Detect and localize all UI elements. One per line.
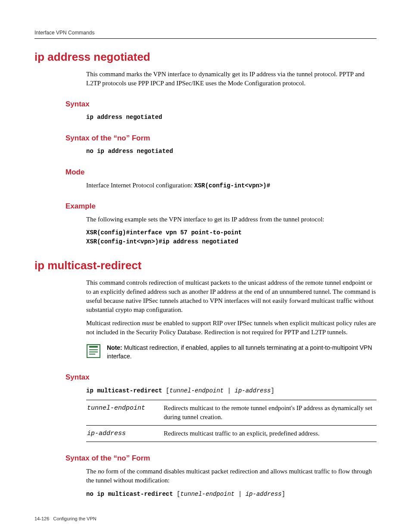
footer-title: Configuring the VPN [53, 516, 96, 521]
separator: | [234, 491, 245, 498]
bracket-close: ] [271, 387, 274, 394]
syntax-command: ip address negotiated [86, 113, 377, 122]
param-name: ip-address [86, 425, 163, 442]
no-form-text: The no form of the command disables mult… [86, 467, 377, 485]
section-heading-ip-multicast-redirect: ip multicast-redirect [34, 258, 377, 273]
text-fragment: form of the command disables multicast p… [86, 468, 372, 484]
bracket-open: [ [162, 387, 169, 394]
page-number: 14-126 [34, 516, 49, 521]
table-row: tunnel-endpoint Redirects multicast to t… [86, 400, 377, 425]
note-text: Note: Multicast redirection, if enabled,… [107, 344, 377, 361]
text-fragment: The [86, 468, 98, 475]
syntax-line: ip multicast-redirect [tunnel-endpoint |… [86, 386, 377, 395]
syntax-param: ip-address [246, 491, 282, 498]
syntax-no-form-heading: Syntax of the “no” Form [65, 453, 377, 464]
section-intro: This command controls redirection of mul… [86, 278, 377, 314]
example-code: XSR(config)#interface vpn 57 point-to-po… [86, 228, 377, 246]
parameter-table: tunnel-endpoint Redirects multicast to t… [86, 400, 377, 442]
syntax-param: tunnel-endpoint [169, 387, 224, 394]
bracket-open: [ [173, 491, 181, 498]
mode-heading: Mode [65, 167, 377, 177]
syntax-param: tunnel-endpoint [180, 491, 234, 498]
example-code-line: XSR(config)#interface vpn 57 point-to-po… [86, 229, 242, 236]
section-intro-2: Multicast redirection must be enabled to… [86, 319, 377, 337]
emphasis: no [98, 468, 104, 475]
syntax-heading: Syntax [65, 372, 377, 383]
param-desc: Redirects multicast to the remote tunnel… [163, 400, 377, 425]
emphasis: must [142, 320, 154, 327]
page-footer: 14-126 Configuring the VPN [34, 516, 377, 522]
note-label: Note: [107, 344, 122, 351]
note-body: Multicast redirection, if enabled, appli… [107, 344, 372, 360]
example-heading: Example [65, 201, 377, 212]
svg-rect-1 [89, 346, 98, 348]
example-text: The following example sets the VPN inter… [86, 215, 377, 224]
example-code-line: XSR(config-int<vpn>)#ip address negotiat… [86, 238, 238, 245]
note-icon [86, 344, 101, 361]
section-intro: This command marks the VPN interface to … [86, 70, 377, 88]
section-heading-ip-address-negotiated: ip address negotiated [34, 49, 377, 65]
mode-text: Interface Internet Protocol configuratio… [86, 181, 377, 190]
bracket-close: ] [282, 491, 285, 498]
mode-prompt: XSR(config-int<vpn>)# [194, 182, 270, 189]
separator: | [224, 387, 234, 394]
syntax-param: ip-address [235, 387, 271, 394]
no-form-syntax-line: no ip multicast-redirect [tunnel-endpoin… [86, 489, 377, 499]
table-row: ip-address Redirects multicast traffic t… [86, 425, 377, 442]
mode-description: Interface Internet Protocol configuratio… [86, 182, 194, 189]
note-box: Note: Multicast redirection, if enabled,… [86, 344, 377, 361]
running-header: Interface VPN Commands [34, 29, 377, 39]
text-fragment: Multicast redirection [86, 320, 142, 327]
syntax-heading: Syntax [65, 99, 377, 109]
syntax-no-form-command: no ip address negotiated [86, 147, 377, 156]
syntax-command: ip multicast-redirect [86, 387, 162, 394]
param-desc: Redirects multicast traffic to an explic… [163, 425, 377, 442]
syntax-command: no ip multicast-redirect [86, 491, 173, 498]
param-name: tunnel-endpoint [86, 400, 163, 425]
syntax-no-form-heading: Syntax of the “no” Form [65, 133, 377, 143]
